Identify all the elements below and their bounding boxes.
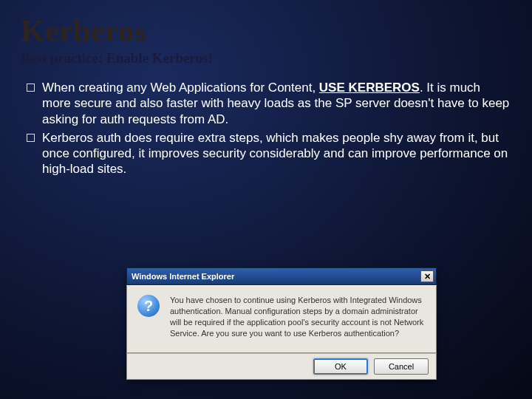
dialog-body: You have chosen to continue using Kerber… (126, 285, 437, 353)
dialog-window: Windows Internet Explorer ✕ You have cho… (126, 267, 437, 380)
bullet-text: Kerberos auth does require extra steps, … (42, 130, 511, 177)
question-icon (137, 295, 160, 317)
dialog-title: Windows Internet Explorer (132, 272, 420, 281)
checkbox-icon (27, 83, 35, 92)
checkbox-icon (27, 134, 35, 142)
bullet-list: When creating any Web Applications for C… (21, 80, 511, 177)
close-icon: ✕ (424, 273, 431, 281)
slide-subtitle: Best practice: Enable Kerberos! (21, 50, 511, 66)
bullet-text-pre: Kerberos auth does require extra steps, … (42, 131, 508, 177)
bullet-text-pre: When creating any Web Applications for C… (42, 81, 319, 95)
ok-button[interactable]: OK (313, 358, 368, 375)
dialog-message: You have chosen to continue using Kerber… (170, 295, 426, 345)
dialog-titlebar[interactable]: Windows Internet Explorer ✕ (126, 267, 437, 285)
slide-title: Kerberos (21, 13, 511, 49)
list-item: When creating any Web Applications for C… (27, 80, 511, 127)
list-item: Kerberos auth does require extra steps, … (27, 130, 511, 177)
close-button[interactable]: ✕ (420, 270, 434, 282)
dialog-footer: OK Cancel (126, 353, 437, 380)
cancel-button[interactable]: Cancel (374, 358, 429, 375)
bullet-text-emph: USE KERBEROS (319, 81, 420, 95)
bullet-text: When creating any Web Applications for C… (42, 80, 511, 127)
